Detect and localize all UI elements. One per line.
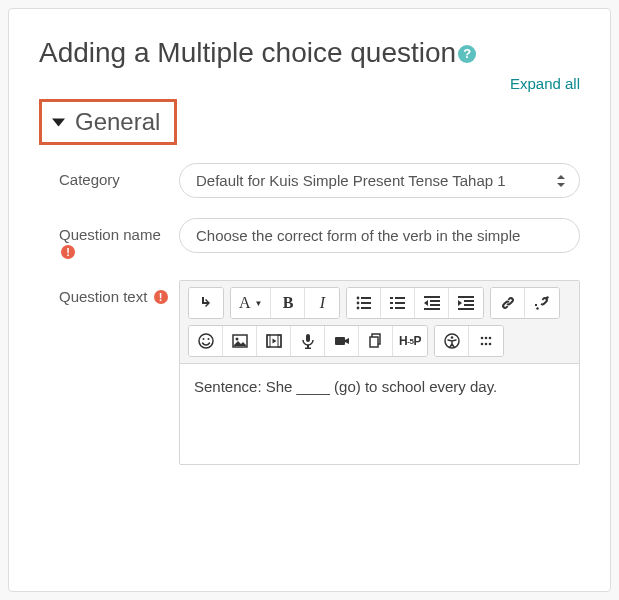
svg-rect-7 [395, 297, 405, 299]
label-question-text-text: Question text [59, 288, 147, 305]
section-general-heading[interactable]: General [39, 99, 177, 145]
font-letter: A [239, 294, 251, 312]
font-style-button[interactable]: A▼ [231, 288, 271, 318]
outdent-button[interactable] [415, 288, 449, 318]
svg-rect-11 [395, 307, 405, 309]
page-title: Adding a Multiple choice question? [39, 37, 580, 69]
svg-rect-12 [424, 296, 440, 298]
image-icon [232, 333, 248, 349]
svg-rect-8 [390, 302, 393, 304]
svg-point-24 [235, 338, 238, 341]
svg-point-40 [485, 343, 488, 346]
category-selected: Default for Kuis Simple Present Tense Ta… [196, 172, 506, 189]
question-name-value: Choose the correct form of the verb in t… [196, 227, 520, 244]
svg-rect-17 [464, 300, 474, 302]
form-card: Adding a Multiple choice question? Expan… [8, 8, 611, 592]
ordered-list-button[interactable] [381, 288, 415, 318]
indent-icon [458, 295, 474, 311]
svg-rect-14 [430, 304, 440, 306]
svg-point-4 [357, 307, 360, 310]
manage-files-button[interactable] [359, 326, 393, 356]
link-icon [500, 295, 516, 311]
svg-rect-10 [390, 307, 393, 309]
expand-all-link[interactable]: Expand all [510, 75, 580, 92]
question-name-input[interactable]: Choose the correct form of the verb in t… [179, 218, 580, 253]
svg-point-20 [199, 334, 213, 348]
chevron-down-icon [52, 114, 65, 130]
list-ul-icon [356, 295, 372, 311]
microphone-icon [300, 333, 316, 349]
svg-point-22 [207, 338, 209, 340]
row-category: Category Default for Kuis Simple Present… [59, 163, 580, 198]
editor-text: Sentence: She ____ (go) to school every … [194, 378, 497, 395]
toolbar-group-lists [346, 287, 484, 319]
page-title-text: Adding a Multiple choice question [39, 37, 456, 68]
more-button[interactable] [469, 326, 503, 356]
grid-dots-icon [478, 333, 494, 349]
indent-button[interactable] [449, 288, 483, 318]
toolbar-group-format: A▼ B I [230, 287, 340, 319]
svg-rect-28 [306, 334, 310, 342]
link-button[interactable] [491, 288, 525, 318]
label-question-name-text: Question name [59, 226, 161, 243]
row-question-text: Question text ! A▼ B I [59, 280, 580, 465]
unlink-button[interactable] [525, 288, 559, 318]
label-question-name: Question name ! [59, 218, 179, 260]
section-title: General [75, 108, 160, 136]
outdent-icon [424, 295, 440, 311]
svg-point-2 [357, 302, 360, 305]
category-select[interactable]: Default for Kuis Simple Present Tense Ta… [179, 163, 580, 198]
svg-rect-26 [267, 335, 270, 347]
required-icon: ! [61, 245, 75, 259]
toolbar-group-media: H-5P [188, 325, 428, 357]
row-question-name: Question name ! Choose the correct form … [59, 218, 580, 260]
h5p-button[interactable]: H-5P [393, 326, 427, 356]
toolbar-group-a11y [434, 325, 504, 357]
accessibility-icon [444, 333, 460, 349]
editor-toolbar: A▼ B I [180, 281, 579, 364]
caret-down-icon: ▼ [255, 299, 263, 308]
rich-editor: A▼ B I [179, 280, 580, 465]
video-button[interactable] [325, 326, 359, 356]
accessibility-button[interactable] [435, 326, 469, 356]
film-icon [266, 333, 282, 349]
svg-rect-13 [430, 300, 440, 302]
question-name-control: Choose the correct form of the verb in t… [179, 218, 580, 253]
audio-button[interactable] [291, 326, 325, 356]
svg-rect-15 [424, 308, 440, 310]
toolbar-group-expand [188, 287, 224, 319]
files-icon [368, 333, 384, 349]
bold-button[interactable]: B [271, 288, 305, 318]
svg-rect-6 [390, 297, 393, 299]
svg-point-38 [489, 337, 492, 340]
unlink-icon [534, 295, 550, 311]
svg-point-39 [481, 343, 484, 346]
expand-row: Expand all [39, 75, 580, 93]
svg-rect-19 [458, 308, 474, 310]
svg-rect-9 [395, 302, 405, 304]
svg-point-0 [357, 297, 360, 300]
arrow-down-right-icon [198, 295, 214, 311]
help-icon[interactable]: ? [458, 45, 476, 63]
label-question-text: Question text ! [59, 280, 179, 305]
category-control: Default for Kuis Simple Present Tense Ta… [179, 163, 580, 198]
svg-rect-27 [278, 335, 281, 347]
svg-rect-16 [458, 296, 474, 298]
svg-point-35 [450, 336, 453, 339]
list-ol-icon [390, 295, 406, 311]
svg-point-21 [202, 338, 204, 340]
editor-content[interactable]: Sentence: She ____ (go) to school every … [180, 364, 579, 464]
bullet-list-button[interactable] [347, 288, 381, 318]
svg-point-41 [489, 343, 492, 346]
svg-rect-33 [370, 337, 378, 347]
toolbar-group-link [490, 287, 560, 319]
italic-button[interactable]: I [305, 288, 339, 318]
image-button[interactable] [223, 326, 257, 356]
svg-point-36 [481, 337, 484, 340]
emoji-button[interactable] [189, 326, 223, 356]
media-button[interactable] [257, 326, 291, 356]
toolbar-expand-button[interactable] [189, 288, 223, 318]
svg-rect-30 [305, 348, 311, 350]
svg-rect-1 [361, 297, 371, 299]
svg-point-37 [485, 337, 488, 340]
